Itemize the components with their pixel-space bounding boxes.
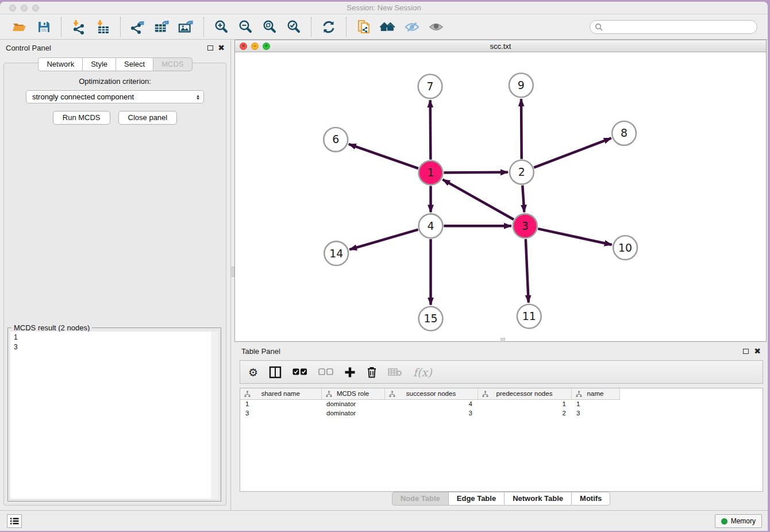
run-mcds-button[interactable]: Run MCDS bbox=[53, 111, 110, 125]
houses-icon bbox=[380, 20, 396, 34]
network-window: ✕ − + scc.txt 7968124314101511 bbox=[234, 40, 767, 342]
close-panel-button[interactable]: Close panel bbox=[118, 111, 178, 125]
cell-predecessor-nodes[interactable]: 1 bbox=[478, 399, 571, 408]
column-header-predecessor-nodes[interactable]: predecessor nodes bbox=[478, 388, 571, 399]
show-all-button[interactable] bbox=[428, 19, 444, 35]
network-minimize-button[interactable]: − bbox=[251, 43, 259, 50]
memory-button[interactable]: Memory bbox=[715, 514, 762, 528]
tab-edge-table[interactable]: Edge Table bbox=[448, 492, 504, 506]
columns-icon bbox=[269, 366, 282, 379]
delete-table-button[interactable] bbox=[388, 368, 402, 376]
graph-node-label-3: 3 bbox=[522, 219, 529, 232]
save-session-button[interactable] bbox=[36, 19, 52, 35]
plus-icon bbox=[344, 367, 356, 378]
search-input[interactable] bbox=[606, 23, 752, 31]
select-all-button[interactable] bbox=[292, 368, 307, 376]
deselect-all-button[interactable] bbox=[318, 368, 333, 376]
cell-predecessor-nodes[interactable]: 2 bbox=[478, 408, 571, 418]
window-title: Session: New Session bbox=[0, 2, 768, 14]
export-network-button[interactable] bbox=[130, 19, 146, 35]
function-builder-button[interactable]: f(x) bbox=[413, 366, 432, 379]
minimize-window-button[interactable] bbox=[21, 5, 28, 11]
column-selector-button[interactable] bbox=[269, 366, 282, 379]
refresh-button[interactable] bbox=[321, 19, 337, 35]
cell-name[interactable]: 3 bbox=[571, 408, 619, 418]
delete-column-button[interactable] bbox=[367, 366, 377, 378]
graph-node-label-15: 15 bbox=[424, 312, 437, 325]
graph-edge-1-7[interactable] bbox=[430, 100, 431, 160]
tab-select[interactable]: Select bbox=[116, 57, 153, 71]
import-table-icon bbox=[95, 20, 110, 34]
export-image-button[interactable] bbox=[178, 19, 194, 35]
cell-successor-nodes[interactable]: 4 bbox=[384, 399, 478, 408]
export-table-button[interactable] bbox=[154, 19, 170, 35]
tab-mcds[interactable]: MCDS bbox=[153, 57, 192, 71]
hide-selected-button[interactable] bbox=[404, 19, 420, 35]
graph-edge-1-6[interactable] bbox=[349, 144, 418, 168]
search-box[interactable] bbox=[590, 20, 757, 34]
float-panel-icon[interactable] bbox=[207, 45, 213, 51]
tab-style[interactable]: Style bbox=[82, 57, 116, 71]
task-history-button[interactable] bbox=[7, 514, 22, 528]
graph-edge-2-9[interactable] bbox=[521, 99, 522, 159]
zoom-fit-button[interactable] bbox=[261, 19, 278, 35]
home-layout-button[interactable] bbox=[380, 19, 396, 35]
result-scrollbar[interactable] bbox=[211, 331, 218, 499]
search-area bbox=[590, 20, 757, 34]
graph-edge-3-1[interactable] bbox=[442, 179, 514, 219]
tab-network-table[interactable]: Network Table bbox=[504, 492, 571, 506]
mcds-result-text[interactable]: 1 3 bbox=[10, 331, 218, 499]
open-folder-icon bbox=[12, 21, 27, 33]
graph-edge-2-8[interactable] bbox=[534, 138, 611, 167]
save-floppy-icon bbox=[37, 21, 50, 33]
delete-table-icon bbox=[388, 368, 402, 376]
cell-name[interactable]: 1 bbox=[571, 399, 619, 408]
network-resize-grip[interactable] bbox=[500, 338, 505, 341]
column-header-shared-name[interactable]: shared name bbox=[240, 388, 321, 399]
graph-node-label-4: 4 bbox=[428, 219, 434, 232]
mcds-result-title: MCDS result (2 nodes) bbox=[11, 323, 92, 332]
add-column-button[interactable] bbox=[344, 367, 356, 378]
zoom-selected-button[interactable] bbox=[286, 19, 302, 35]
new-network-from-selection-button[interactable] bbox=[356, 19, 372, 35]
network-close-button[interactable]: ✕ bbox=[240, 43, 247, 50]
zoom-in-button[interactable] bbox=[213, 19, 229, 35]
tab-node-table[interactable]: Node Table bbox=[392, 492, 448, 506]
cell-successor-nodes[interactable]: 3 bbox=[384, 408, 478, 418]
tab-network[interactable]: Network bbox=[38, 57, 82, 71]
open-file-button[interactable] bbox=[11, 19, 28, 35]
vertical-splitter[interactable] bbox=[230, 40, 234, 510]
cell-shared-name[interactable]: 1 bbox=[240, 399, 321, 408]
import-table-button[interactable] bbox=[95, 19, 111, 35]
cell-MCDS-role[interactable]: dominator bbox=[321, 408, 384, 418]
network-maximize-button[interactable]: + bbox=[263, 43, 270, 50]
close-table-panel-icon[interactable]: ✖ bbox=[754, 347, 761, 355]
column-header-successor-nodes[interactable]: successor nodes bbox=[384, 388, 478, 399]
cell-MCDS-role[interactable]: dominator bbox=[321, 399, 384, 408]
network-window-title: scc.txt bbox=[235, 40, 766, 52]
network-canvas[interactable]: 7968124314101511 bbox=[235, 53, 766, 341]
graph-edge-2-3[interactable] bbox=[522, 186, 524, 213]
cell-shared-name[interactable]: 3 bbox=[240, 408, 321, 418]
main-titlebar: Session: New Session bbox=[0, 2, 768, 14]
float-table-panel-icon[interactable] bbox=[743, 349, 749, 354]
node-table[interactable]: shared nameMCDS rolesuccessor nodesprede… bbox=[240, 388, 763, 492]
table-settings-button[interactable]: ⚙ bbox=[248, 366, 258, 379]
column-header-name[interactable]: name bbox=[571, 388, 619, 399]
tab-motifs[interactable]: Motifs bbox=[571, 492, 610, 506]
table-row[interactable]: 1dominator411 bbox=[240, 399, 619, 408]
table-row[interactable]: 3dominator323 bbox=[240, 408, 619, 418]
criterion-select[interactable]: strongly connected component ▲▼ bbox=[26, 90, 204, 103]
close-panel-icon[interactable]: ✖ bbox=[218, 44, 225, 52]
zoom-window-button[interactable] bbox=[32, 5, 39, 11]
import-network-button[interactable] bbox=[71, 19, 87, 35]
graph-edge-3-11[interactable] bbox=[526, 239, 529, 303]
search-icon bbox=[595, 23, 603, 31]
column-header-MCDS-role[interactable]: MCDS role bbox=[321, 388, 384, 399]
graph-edge-1-2[interactable] bbox=[444, 172, 508, 173]
control-panel-title: Control Panel bbox=[6, 44, 51, 52]
zoom-out-button[interactable] bbox=[237, 19, 253, 35]
graph-edge-3-10[interactable] bbox=[538, 229, 612, 245]
graph-edge-4-14[interactable] bbox=[349, 230, 418, 250]
close-window-button[interactable] bbox=[9, 5, 16, 11]
